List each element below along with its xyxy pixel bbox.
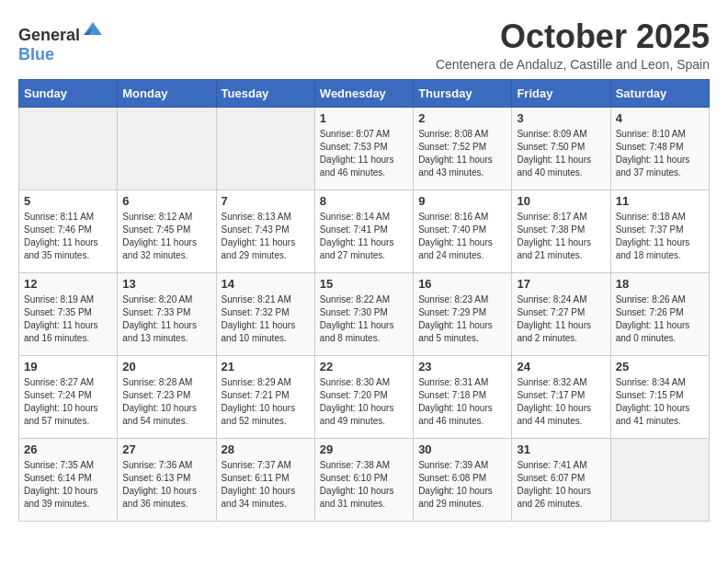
day-number: 26 bbox=[24, 442, 112, 456]
calendar-cell: 8Sunrise: 8:14 AM Sunset: 7:41 PM Daylig… bbox=[314, 190, 413, 272]
calendar-cell: 2Sunrise: 8:08 AM Sunset: 7:52 PM Daylig… bbox=[414, 107, 512, 190]
day-info: Sunrise: 8:28 AM Sunset: 7:23 PM Dayligh… bbox=[122, 376, 210, 428]
calendar-cell: 20Sunrise: 8:28 AM Sunset: 7:23 PM Dayli… bbox=[118, 355, 216, 438]
day-info: Sunrise: 7:38 AM Sunset: 6:10 PM Dayligh… bbox=[320, 459, 408, 511]
day-info: Sunrise: 8:21 AM Sunset: 7:32 PM Dayligh… bbox=[222, 293, 310, 345]
day-number: 20 bbox=[122, 360, 210, 373]
day-info: Sunrise: 8:30 AM Sunset: 7:20 PM Dayligh… bbox=[320, 376, 408, 428]
calendar-cell: 6Sunrise: 8:12 AM Sunset: 7:45 PM Daylig… bbox=[118, 190, 216, 272]
calendar-cell: 4Sunrise: 8:10 AM Sunset: 7:48 PM Daylig… bbox=[610, 107, 709, 190]
calendar-cell bbox=[216, 107, 314, 190]
calendar-cell: 24Sunrise: 8:32 AM Sunset: 7:17 PM Dayli… bbox=[512, 355, 610, 438]
day-info: Sunrise: 8:14 AM Sunset: 7:41 PM Dayligh… bbox=[320, 211, 408, 262]
calendar-cell: 7Sunrise: 8:13 AM Sunset: 7:43 PM Daylig… bbox=[216, 190, 314, 272]
calendar-cell: 22Sunrise: 8:30 AM Sunset: 7:20 PM Dayli… bbox=[314, 355, 413, 438]
calendar-cell: 11Sunrise: 8:18 AM Sunset: 7:37 PM Dayli… bbox=[610, 190, 709, 272]
calendar-cell: 19Sunrise: 8:27 AM Sunset: 7:24 PM Dayli… bbox=[19, 355, 118, 438]
calendar-cell bbox=[118, 107, 216, 190]
weekday-row: Sunday Monday Tuesday Wednesday Thursday… bbox=[19, 79, 710, 107]
calendar-cell: 3Sunrise: 8:09 AM Sunset: 7:50 PM Daylig… bbox=[512, 107, 610, 190]
calendar-cell: 26Sunrise: 7:35 AM Sunset: 6:14 PM Dayli… bbox=[19, 438, 118, 521]
day-number: 31 bbox=[517, 442, 605, 456]
month-title: October 2025 bbox=[436, 18, 710, 55]
header-monday: Monday bbox=[118, 79, 216, 107]
calendar-body: 1Sunrise: 8:07 AM Sunset: 7:53 PM Daylig… bbox=[19, 107, 710, 521]
logo-icon bbox=[82, 18, 104, 40]
day-info: Sunrise: 8:16 AM Sunset: 7:40 PM Dayligh… bbox=[418, 211, 506, 262]
calendar-cell: 5Sunrise: 8:11 AM Sunset: 7:46 PM Daylig… bbox=[19, 190, 118, 272]
day-info: Sunrise: 8:24 AM Sunset: 7:27 PM Dayligh… bbox=[517, 293, 605, 345]
day-info: Sunrise: 8:34 AM Sunset: 7:15 PM Dayligh… bbox=[616, 376, 704, 428]
day-info: Sunrise: 8:22 AM Sunset: 7:30 PM Dayligh… bbox=[320, 293, 408, 345]
calendar-cell: 30Sunrise: 7:39 AM Sunset: 6:08 PM Dayli… bbox=[414, 438, 512, 521]
header-wednesday: Wednesday bbox=[314, 79, 413, 107]
header-friday: Friday bbox=[512, 79, 610, 107]
day-number: 7 bbox=[222, 194, 310, 208]
logo-general: General bbox=[18, 26, 80, 44]
day-info: Sunrise: 8:18 AM Sunset: 7:37 PM Dayligh… bbox=[616, 211, 704, 262]
day-number: 15 bbox=[320, 277, 408, 291]
calendar-week-1: 5Sunrise: 8:11 AM Sunset: 7:46 PM Daylig… bbox=[19, 190, 710, 272]
day-number: 22 bbox=[320, 360, 408, 373]
calendar-cell: 28Sunrise: 7:37 AM Sunset: 6:11 PM Dayli… bbox=[216, 438, 314, 521]
day-info: Sunrise: 8:07 AM Sunset: 7:53 PM Dayligh… bbox=[320, 128, 408, 179]
day-info: Sunrise: 8:17 AM Sunset: 7:38 PM Dayligh… bbox=[517, 211, 605, 262]
calendar-cell: 9Sunrise: 8:16 AM Sunset: 7:40 PM Daylig… bbox=[414, 190, 512, 272]
calendar-cell: 13Sunrise: 8:20 AM Sunset: 7:33 PM Dayli… bbox=[118, 272, 216, 355]
day-number: 5 bbox=[24, 194, 112, 208]
day-info: Sunrise: 7:37 AM Sunset: 6:11 PM Dayligh… bbox=[222, 459, 310, 511]
day-number: 14 bbox=[222, 277, 310, 291]
day-number: 9 bbox=[418, 194, 506, 208]
logo-blue: Blue bbox=[18, 45, 54, 63]
calendar-cell: 16Sunrise: 8:23 AM Sunset: 7:29 PM Dayli… bbox=[414, 272, 512, 355]
day-number: 28 bbox=[222, 442, 310, 456]
day-number: 11 bbox=[616, 194, 704, 208]
day-number: 13 bbox=[122, 277, 210, 291]
calendar-cell: 18Sunrise: 8:26 AM Sunset: 7:26 PM Dayli… bbox=[610, 272, 709, 355]
day-info: Sunrise: 8:12 AM Sunset: 7:45 PM Dayligh… bbox=[122, 211, 210, 262]
day-number: 27 bbox=[122, 442, 210, 456]
day-number: 17 bbox=[517, 277, 605, 291]
calendar-cell: 27Sunrise: 7:36 AM Sunset: 6:13 PM Dayli… bbox=[118, 438, 216, 521]
calendar-week-4: 26Sunrise: 7:35 AM Sunset: 6:14 PM Dayli… bbox=[19, 438, 710, 521]
day-info: Sunrise: 7:41 AM Sunset: 6:07 PM Dayligh… bbox=[517, 459, 605, 511]
title-block: October 2025 Centenera de Andaluz, Casti… bbox=[436, 18, 710, 72]
day-info: Sunrise: 8:19 AM Sunset: 7:35 PM Dayligh… bbox=[24, 293, 112, 345]
day-number: 29 bbox=[320, 442, 408, 456]
day-info: Sunrise: 8:09 AM Sunset: 7:50 PM Dayligh… bbox=[517, 128, 605, 179]
calendar-cell: 23Sunrise: 8:31 AM Sunset: 7:18 PM Dayli… bbox=[414, 355, 512, 438]
calendar-table: Sunday Monday Tuesday Wednesday Thursday… bbox=[18, 79, 710, 522]
header-tuesday: Tuesday bbox=[216, 79, 314, 107]
calendar-week-3: 19Sunrise: 8:27 AM Sunset: 7:24 PM Dayli… bbox=[19, 355, 710, 438]
calendar-cell: 12Sunrise: 8:19 AM Sunset: 7:35 PM Dayli… bbox=[19, 272, 118, 355]
day-info: Sunrise: 8:31 AM Sunset: 7:18 PM Dayligh… bbox=[418, 376, 506, 428]
day-number: 24 bbox=[517, 360, 605, 373]
calendar-cell: 21Sunrise: 8:29 AM Sunset: 7:21 PM Dayli… bbox=[216, 355, 314, 438]
calendar-cell: 31Sunrise: 7:41 AM Sunset: 6:07 PM Dayli… bbox=[512, 438, 610, 521]
day-number: 25 bbox=[616, 360, 704, 373]
day-number: 8 bbox=[320, 194, 408, 208]
day-info: Sunrise: 7:39 AM Sunset: 6:08 PM Dayligh… bbox=[418, 459, 506, 511]
day-info: Sunrise: 7:36 AM Sunset: 6:13 PM Dayligh… bbox=[122, 459, 210, 511]
day-info: Sunrise: 8:29 AM Sunset: 7:21 PM Dayligh… bbox=[222, 376, 310, 428]
day-number: 4 bbox=[616, 111, 704, 125]
page-header: General Blue October 2025 Centenera de A… bbox=[18, 18, 710, 72]
day-info: Sunrise: 8:26 AM Sunset: 7:26 PM Dayligh… bbox=[616, 293, 704, 345]
day-number: 19 bbox=[24, 360, 112, 373]
day-number: 30 bbox=[418, 442, 506, 456]
day-info: Sunrise: 8:13 AM Sunset: 7:43 PM Dayligh… bbox=[222, 211, 310, 262]
day-info: Sunrise: 8:11 AM Sunset: 7:46 PM Dayligh… bbox=[24, 211, 112, 262]
calendar-cell: 1Sunrise: 8:07 AM Sunset: 7:53 PM Daylig… bbox=[314, 107, 413, 190]
day-info: Sunrise: 8:20 AM Sunset: 7:33 PM Dayligh… bbox=[122, 293, 210, 345]
calendar-cell: 29Sunrise: 7:38 AM Sunset: 6:10 PM Dayli… bbox=[314, 438, 413, 521]
calendar-cell: 25Sunrise: 8:34 AM Sunset: 7:15 PM Dayli… bbox=[610, 355, 709, 438]
day-info: Sunrise: 8:10 AM Sunset: 7:48 PM Dayligh… bbox=[616, 128, 704, 179]
logo-text: General Blue bbox=[18, 18, 104, 64]
calendar-cell: 15Sunrise: 8:22 AM Sunset: 7:30 PM Dayli… bbox=[314, 272, 413, 355]
calendar-cell: 10Sunrise: 8:17 AM Sunset: 7:38 PM Dayli… bbox=[512, 190, 610, 272]
location-title: Centenera de Andaluz, Castille and Leon,… bbox=[436, 57, 710, 72]
day-info: Sunrise: 8:08 AM Sunset: 7:52 PM Dayligh… bbox=[418, 128, 506, 179]
day-number: 6 bbox=[122, 194, 210, 208]
calendar-week-0: 1Sunrise: 8:07 AM Sunset: 7:53 PM Daylig… bbox=[19, 107, 710, 190]
day-number: 10 bbox=[517, 194, 605, 208]
